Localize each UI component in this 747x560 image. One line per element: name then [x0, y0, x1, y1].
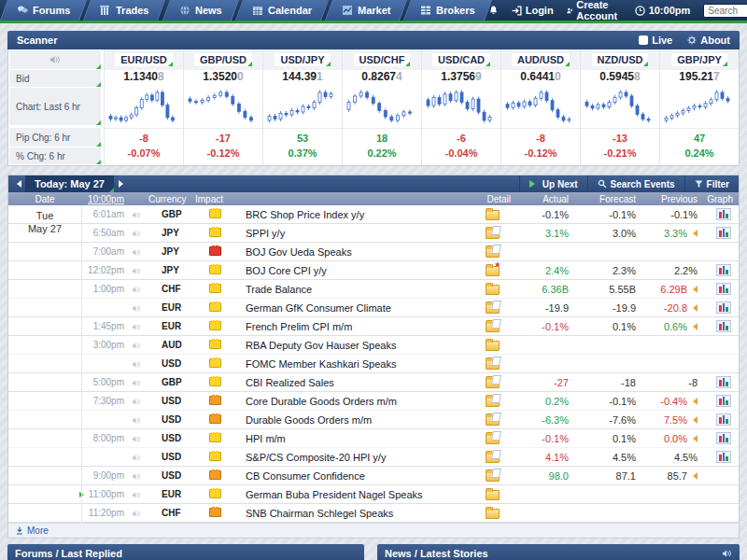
login-button[interactable]: Login — [512, 5, 554, 16]
tab-calendar[interactable]: Calendar — [235, 0, 329, 21]
create-account-button[interactable]: Create Account — [567, 0, 622, 21]
event-title[interactable]: BOJ Core CPI y/y — [246, 265, 473, 276]
detail-folder-icon[interactable] — [486, 247, 500, 258]
live-toggle[interactable]: Live — [639, 35, 672, 46]
graph-icon[interactable] — [716, 376, 731, 388]
scanner-sound-cell[interactable] — [9, 50, 101, 69]
calendar-event-row[interactable]: 11:00pm EUR German Buba President Nagel … — [8, 485, 739, 504]
tab-news[interactable]: News — [162, 0, 239, 21]
pair-symbol[interactable]: NZD/USD — [592, 53, 649, 66]
graph-icon[interactable] — [716, 451, 731, 463]
graph-icon[interactable] — [716, 264, 731, 276]
pair-sparkline[interactable] — [422, 87, 500, 126]
detail-folder-icon[interactable] — [486, 378, 500, 388]
search-events-button[interactable]: Search Events — [587, 175, 684, 192]
detail-folder-icon[interactable] — [486, 229, 500, 239]
calendar-event-row[interactable]: 9:00pm USD CB Consumer Confidence 98.0 8… — [8, 467, 739, 485]
detail-folder-icon[interactable] — [486, 341, 500, 351]
detail-folder-icon[interactable] — [486, 359, 500, 370]
calendar-event-row[interactable]: 1:45pm EUR French Prelim CPI m/m -0.1% 0… — [8, 317, 739, 336]
graph-icon[interactable] — [716, 301, 731, 314]
detail-folder-icon[interactable] — [486, 434, 500, 444]
next-day-button[interactable] — [114, 175, 131, 192]
calendar-event-row[interactable]: USD FOMC Member Kashkari Speaks — [8, 355, 739, 373]
detail-folder-icon[interactable] — [486, 303, 500, 314]
event-title[interactable]: French Prelim CPI m/m — [246, 321, 473, 332]
detail-folder-icon[interactable] — [486, 397, 500, 407]
event-title[interactable]: CB Consumer Confidence — [246, 470, 473, 482]
pair-sparkline[interactable] — [501, 87, 580, 126]
scanner-label-pct[interactable]: % Chg: 6 hr — [9, 147, 101, 164]
pair-sparkline[interactable] — [660, 87, 739, 126]
event-title[interactable]: Core Durable Goods Orders m/m — [246, 396, 473, 407]
calendar-event-row[interactable]: 6:50am JPY SPPI y/y 3.1% 3.0% 3.3% — [8, 224, 739, 243]
event-title[interactable]: Trade Balance — [246, 284, 473, 295]
up-next-button[interactable]: Up Next — [519, 175, 587, 192]
forums-footer-header[interactable]: Forums / Last Replied — [7, 544, 364, 560]
event-title[interactable]: BOJ Gov Ueda Speaks — [246, 246, 473, 258]
graph-icon[interactable] — [716, 320, 731, 332]
graph-icon[interactable] — [716, 227, 731, 239]
event-title[interactable]: RBA Deputy Gov Hauser Speaks — [246, 340, 473, 351]
filter-button[interactable]: Filter — [684, 175, 739, 192]
detail-folder-icon[interactable] — [486, 453, 500, 463]
calendar-event-row[interactable]: USD Durable Goods Orders m/m -6.3% -7.6%… — [8, 411, 739, 429]
notifications-bell[interactable] — [488, 6, 499, 16]
graph-icon[interactable] — [716, 432, 731, 444]
news-footer-header[interactable]: News / Latest Stories — [377, 544, 740, 560]
live-checkbox[interactable] — [639, 35, 648, 45]
tab-trades[interactable]: Trades — [83, 0, 165, 21]
event-title[interactable]: Durable Goods Orders m/m — [246, 414, 473, 426]
about-button[interactable]: About — [687, 35, 730, 46]
pair-symbol[interactable]: USD/JPY — [275, 53, 330, 66]
pair-symbol[interactable]: USD/CAD — [432, 53, 490, 66]
detail-folder-icon[interactable] — [486, 285, 500, 295]
calendar-event-row[interactable]: USD S&P/CS Composite-20 HPI y/y 4.1% 4.5… — [8, 448, 739, 467]
scanner-label-pip[interactable]: Pip Chg: 6 hr — [9, 128, 101, 147]
event-title[interactable]: German GfK Consumer Climate — [246, 302, 473, 314]
calendar-event-row[interactable]: EUR German GfK Consumer Climate -19.9 -1… — [8, 299, 739, 317]
pair-symbol[interactable]: USD/CHF — [354, 53, 411, 66]
detail-folder-icon[interactable] — [486, 210, 500, 220]
detail-folder-icon[interactable] — [486, 322, 500, 332]
calendar-event-row[interactable]: 3:00pm AUD RBA Deputy Gov Hauser Speaks — [8, 336, 739, 355]
tab-market[interactable]: Market — [325, 0, 407, 21]
scanner-label-chart[interactable]: Chart: Last 6 hr — [9, 88, 101, 125]
detail-folder-icon[interactable] — [486, 490, 500, 500]
tab-forums[interactable]: Forums — [0, 0, 87, 21]
event-title[interactable]: BRC Shop Price Index y/y — [246, 209, 473, 220]
calendar-event-row[interactable]: 8:00pm USD HPI m/m -0.1% 0.1% 0.0% — [8, 429, 739, 448]
detail-folder-icon[interactable] — [486, 509, 500, 519]
calendar-event-row[interactable]: 7:00am JPY BOJ Gov Ueda Speaks — [8, 243, 739, 261]
detail-folder-icon[interactable] — [486, 266, 500, 276]
pair-sparkline[interactable] — [263, 87, 342, 126]
calendar-event-row[interactable]: 7:30pm USD Core Durable Goods Orders m/m… — [8, 392, 739, 411]
graph-icon[interactable] — [716, 395, 731, 407]
event-title[interactable]: FOMC Member Kashkari Speaks — [246, 358, 473, 370]
search-input[interactable] — [703, 4, 747, 18]
prev-day-button[interactable] — [8, 175, 25, 192]
clock-display[interactable]: 10:00pm — [635, 5, 691, 16]
event-title[interactable]: CBI Realized Sales — [246, 377, 473, 388]
pair-symbol[interactable]: AUD/USD — [512, 53, 570, 66]
pair-sparkline[interactable] — [105, 87, 183, 126]
pair-sparkline[interactable] — [343, 87, 421, 126]
event-title[interactable]: HPI m/m — [246, 433, 473, 444]
tab-brokers[interactable]: Brokers — [403, 0, 492, 21]
pair-symbol[interactable]: GBP/USD — [194, 53, 252, 66]
calendar-event-row[interactable]: 12:02pm JPY BOJ Core CPI y/y 2.4% 2.3% 2… — [8, 261, 739, 280]
detail-folder-icon[interactable] — [486, 415, 500, 426]
event-title[interactable]: German Buba President Nagel Speaks — [246, 489, 473, 500]
today-tab[interactable]: Today: May 27 — [25, 175, 114, 192]
more-link[interactable]: More — [8, 523, 739, 538]
pair-symbol[interactable]: GBP/JPY — [671, 53, 727, 66]
calendar-event-row[interactable]: 11:20pm CHF SNB Chairman Schlegel Speaks — [8, 504, 739, 523]
calendar-event-row[interactable]: 1:00pm CHF Trade Balance 6.36B 5.55B 6.2… — [8, 280, 739, 299]
scanner-label-bid[interactable]: Bid — [9, 70, 101, 87]
detail-folder-icon[interactable] — [486, 471, 500, 482]
pair-sparkline[interactable] — [184, 87, 262, 126]
calendar-event-row[interactable]: 6:01am GBP BRC Shop Price Index y/y -0.1… — [8, 205, 739, 224]
graph-icon[interactable] — [716, 413, 731, 426]
event-title[interactable]: SNB Chairman Schlegel Speaks — [246, 508, 473, 519]
pair-sparkline[interactable] — [581, 87, 659, 126]
